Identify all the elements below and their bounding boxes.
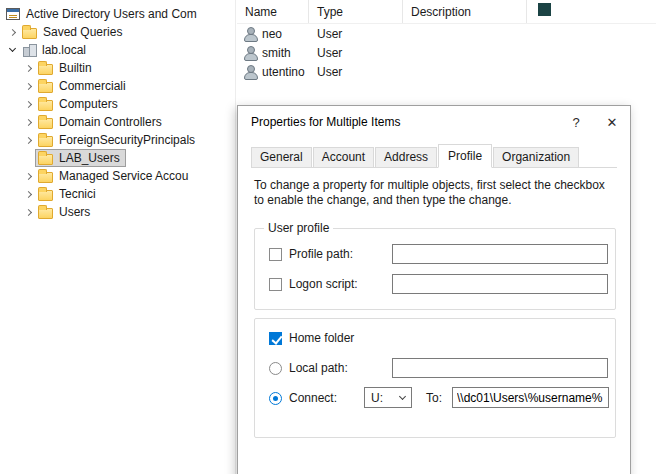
chevron-right-icon[interactable] <box>20 204 36 220</box>
tree-item-label: Users <box>59 205 90 219</box>
connect-path-input[interactable] <box>452 387 609 408</box>
tree-item-label: Active Directory Users and Com <box>26 7 197 21</box>
tree-item-label: Commerciali <box>59 79 126 93</box>
dialog-description: To change a property for multiple object… <box>254 178 616 208</box>
user-icon <box>243 45 257 60</box>
profile-path-checkbox[interactable] <box>269 248 282 261</box>
tree-item-builtin[interactable]: Builtin <box>0 59 235 77</box>
logon-script-label: Logon script: <box>289 277 358 291</box>
object-list: Name Type Description neo User smith Use… <box>237 0 656 104</box>
dialog-title: Properties for Multiple Items <box>251 115 558 129</box>
connect-row: Connect: <box>269 388 337 408</box>
domain-icon <box>22 44 36 56</box>
folder-icon <box>38 100 53 111</box>
object-type: User <box>309 65 403 79</box>
local-path-row: Local path: <box>269 358 348 378</box>
folder-icon <box>38 208 53 219</box>
logon-script-input[interactable] <box>392 274 608 294</box>
folder-icon <box>38 118 53 129</box>
home-folder-checkbox[interactable] <box>269 332 282 345</box>
object-type: User <box>309 46 403 60</box>
tree-item-foreign-security-principals[interactable]: ForeignSecurityPrincipals <box>0 131 235 149</box>
home-folder-row: Home folder <box>269 328 354 348</box>
directory-console-icon <box>6 8 20 20</box>
chevron-right-icon[interactable] <box>20 114 36 130</box>
profile-path-input[interactable] <box>392 244 608 264</box>
object-name: utentino <box>262 65 305 79</box>
logon-script-row: Logon script: <box>269 274 358 294</box>
tree-item-label: lab.local <box>42 43 86 57</box>
user-profile-group: User profile Profile path: Logon script: <box>254 228 616 310</box>
folder-icon <box>22 28 37 39</box>
object-type: User <box>309 27 403 41</box>
tab-profile[interactable]: Profile <box>438 144 492 168</box>
help-button[interactable]: ? <box>558 107 594 137</box>
tree-item-tecnici[interactable]: Tecnici <box>0 185 235 203</box>
tab-organization[interactable]: Organization <box>493 147 579 167</box>
list-item-smith[interactable]: smith User <box>237 43 656 62</box>
local-path-radio[interactable] <box>269 362 282 375</box>
tree-item-label: Builtin <box>59 61 92 75</box>
chevron-right-icon[interactable] <box>20 186 36 202</box>
chevron-down-icon[interactable] <box>4 42 20 58</box>
tree-item-label: Tecnici <box>59 187 96 201</box>
close-button[interactable]: ✕ <box>594 107 630 137</box>
connect-label: Connect: <box>289 391 337 405</box>
folder-icon <box>38 136 53 147</box>
home-folder-group: Home folder Local path: Connect: U: To: <box>254 318 616 438</box>
drive-letter-dropdown[interactable]: U: <box>364 387 412 408</box>
tree-item-computers[interactable]: Computers <box>0 95 235 113</box>
object-name: smith <box>262 46 291 60</box>
tab-general[interactable]: General <box>251 147 312 167</box>
profile-path-row: Profile path: <box>269 244 353 264</box>
aduc-window: Active Directory Users and Com Saved Que… <box>0 0 656 474</box>
tree-item-domain-controllers[interactable]: Domain Controllers <box>0 113 235 131</box>
to-label: To: <box>426 391 442 405</box>
tree-item-commerciali[interactable]: Commerciali <box>0 77 235 95</box>
list-header: Name Type Description <box>237 0 656 24</box>
tree-item-lab-users[interactable]: LAB_Users <box>0 149 235 167</box>
properties-dialog: Properties for Multiple Items ? ✕ Genera… <box>237 105 631 474</box>
logon-script-checkbox[interactable] <box>269 278 282 291</box>
tree-item-users[interactable]: Users <box>0 203 235 221</box>
console-tree: Active Directory Users and Com Saved Que… <box>0 0 236 474</box>
local-path-label: Local path: <box>289 361 348 375</box>
tree-item-label: Saved Queries <box>43 25 122 39</box>
group-label: User profile <box>264 221 333 235</box>
chevron-right-icon[interactable] <box>4 24 20 40</box>
chevron-right-icon[interactable] <box>20 168 36 184</box>
chevron-right-icon[interactable] <box>20 96 36 112</box>
column-header-name[interactable]: Name <box>237 0 309 23</box>
tree-item-saved-queries[interactable]: Saved Queries <box>0 23 235 41</box>
tree-item-label: Computers <box>59 97 118 111</box>
local-path-input[interactable] <box>392 358 608 378</box>
folder-icon <box>38 154 53 165</box>
tab-strip: General Account Address Profile Organiza… <box>251 146 617 168</box>
chevron-right-icon[interactable] <box>20 132 36 148</box>
tree-item-label: Domain Controllers <box>59 115 162 129</box>
list-item-utentino[interactable]: utentino User <box>237 62 656 81</box>
tree-item-label: LAB_Users <box>59 151 120 165</box>
folder-icon <box>38 64 53 75</box>
column-header-type[interactable]: Type <box>309 0 403 23</box>
tree-item-label: ForeignSecurityPrincipals <box>59 133 195 147</box>
tree-item-root[interactable]: Active Directory Users and Com <box>0 5 235 23</box>
chevron-right-icon[interactable] <box>20 78 36 94</box>
folder-icon <box>38 82 53 93</box>
connect-radio[interactable] <box>269 392 282 405</box>
dark-square-artifact <box>538 3 551 16</box>
chevron-placeholder <box>20 150 36 166</box>
chevron-right-icon[interactable] <box>20 60 36 76</box>
dialog-titlebar[interactable]: Properties for Multiple Items ? ✕ <box>238 106 630 138</box>
tab-account[interactable]: Account <box>313 147 374 167</box>
chevron-down-icon <box>393 388 411 407</box>
list-item-neo[interactable]: neo User <box>237 24 656 43</box>
user-icon <box>243 64 257 79</box>
object-name: neo <box>262 27 282 41</box>
tree-item-lab-local[interactable]: lab.local <box>0 41 235 59</box>
profile-path-label: Profile path: <box>289 247 353 261</box>
column-header-description[interactable]: Description <box>403 0 527 23</box>
tab-address[interactable]: Address <box>375 147 437 167</box>
home-folder-label: Home folder <box>289 331 354 345</box>
tree-item-managed-service-accounts[interactable]: Managed Service Accou <box>0 167 235 185</box>
